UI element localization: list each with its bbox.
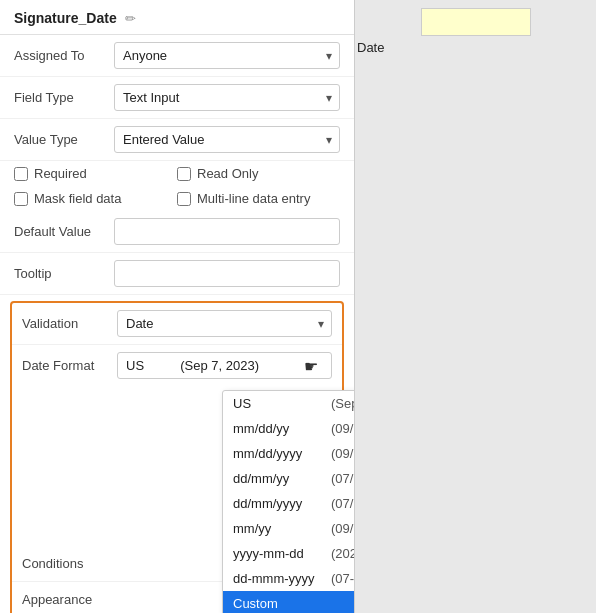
- read-only-group: Read Only: [177, 166, 340, 181]
- validation-select[interactable]: Date: [117, 310, 332, 337]
- value-type-label: Value Type: [14, 132, 114, 147]
- validation-label: Validation: [22, 316, 117, 331]
- required-checkbox[interactable]: [14, 167, 28, 181]
- dropdown-item-mmddyyyy[interactable]: mm/dd/yyyy (09/07/2023): [223, 441, 354, 466]
- right-panel: Date: [355, 0, 596, 613]
- value-type-select[interactable]: Entered Value: [114, 126, 340, 153]
- mask-field-group: Mask field data: [14, 191, 177, 206]
- multiline-checkbox[interactable]: [177, 192, 191, 206]
- field-type-select[interactable]: Text Input: [114, 84, 340, 111]
- appearance-label: Appearance: [22, 592, 117, 607]
- multiline-label: Multi-line data entry: [197, 191, 310, 206]
- edit-icon[interactable]: ✏: [125, 11, 136, 26]
- date-format-name: US: [126, 358, 144, 373]
- read-only-checkbox[interactable]: [177, 167, 191, 181]
- field-type-control: Text Input: [114, 84, 340, 111]
- date-format-example: (Sep 7, 2023): [180, 358, 259, 373]
- date-format-dropdown: US (Sep 7, 2023) mm/dd/yy (09/07/23) mm/…: [222, 390, 354, 613]
- dropdown-item-custom[interactable]: Custom: [223, 591, 354, 613]
- field-title: Signature_Date: [14, 10, 117, 26]
- validation-row: Validation Date: [12, 303, 342, 345]
- field-type-row: Field Type Text Input: [0, 77, 354, 119]
- validation-control: Date: [117, 310, 332, 337]
- dropdown-item-ddmmmyyyy[interactable]: dd-mmm-yyyy (07-Sep-2023): [223, 566, 354, 591]
- dropdown-item-yyyymmdd[interactable]: yyyy-mm-dd (2023-09-07): [223, 541, 354, 566]
- dropdown-item-us[interactable]: US (Sep 7, 2023): [223, 391, 354, 416]
- left-panel: Signature_Date ✏ Assigned To Anyone Fiel…: [0, 0, 355, 613]
- tooltip-row: Tooltip: [0, 253, 354, 295]
- required-group: Required: [14, 166, 177, 181]
- date-format-row: Date Format US (Sep 7, 2023) ☛ US (Sep 7…: [12, 345, 342, 386]
- mask-field-checkbox[interactable]: [14, 192, 28, 206]
- dropdown-item-mmddyy[interactable]: mm/dd/yy (09/07/23): [223, 416, 354, 441]
- value-type-control: Entered Value: [114, 126, 340, 153]
- date-format-display[interactable]: US (Sep 7, 2023): [117, 352, 332, 379]
- default-value-label: Default Value: [14, 224, 114, 239]
- field-type-label: Field Type: [14, 90, 114, 105]
- assigned-to-row: Assigned To Anyone: [0, 35, 354, 77]
- required-label: Required: [34, 166, 87, 181]
- form-body: Assigned To Anyone Field Type Text Input…: [0, 35, 354, 613]
- default-value-input[interactable]: [114, 218, 340, 245]
- tooltip-control: [114, 260, 340, 287]
- date-field-label: Date: [355, 40, 384, 55]
- validation-section: Validation Date Date Format US (Sep 7, 2…: [10, 301, 344, 613]
- value-type-row: Value Type Entered Value: [0, 119, 354, 161]
- mask-field-label: Mask field data: [34, 191, 121, 206]
- multiline-group: Multi-line data entry: [177, 191, 340, 206]
- field-header: Signature_Date ✏: [0, 0, 354, 35]
- dropdown-item-mmyy[interactable]: mm/yy (09/23): [223, 516, 354, 541]
- tooltip-label: Tooltip: [14, 266, 114, 281]
- default-value-row: Default Value: [0, 211, 354, 253]
- checkbox-row-2: Mask field data Multi-line data entry: [0, 186, 354, 211]
- default-value-control: [114, 218, 340, 245]
- dropdown-item-ddmmyyyy[interactable]: dd/mm/yyyy (07/09/2023): [223, 491, 354, 516]
- date-field-preview: [421, 8, 531, 36]
- checkbox-row-1: Required Read Only: [0, 161, 354, 186]
- assigned-to-control: Anyone: [114, 42, 340, 69]
- conditions-label: Conditions: [22, 556, 117, 571]
- assigned-to-label: Assigned To: [14, 48, 114, 63]
- assigned-to-select[interactable]: Anyone: [114, 42, 340, 69]
- date-format-label: Date Format: [22, 358, 117, 373]
- dropdown-item-ddmmyy[interactable]: dd/mm/yy (07/09/23): [223, 466, 354, 491]
- tooltip-input[interactable]: [114, 260, 340, 287]
- read-only-label: Read Only: [197, 166, 258, 181]
